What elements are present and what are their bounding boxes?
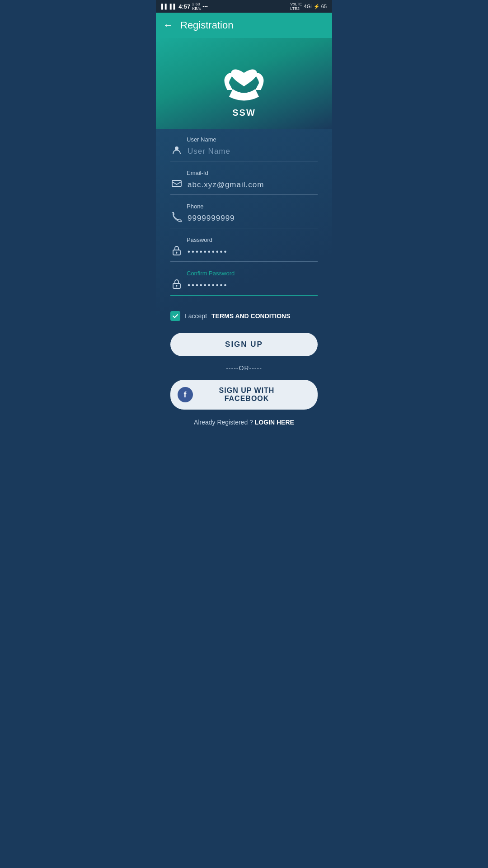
email-group: Email-Id: [170, 170, 318, 195]
status-right: VoLTELTE2 4Gi ⚡ 65: [290, 2, 327, 11]
facebook-signup-button[interactable]: f SIGN UP WITH FACEBOOK: [170, 380, 318, 410]
svg-point-3: [176, 252, 178, 253]
terms-link[interactable]: TERMS AND CONDITIONS: [211, 312, 290, 320]
svg-point-0: [175, 146, 178, 150]
network-icon: 4Gi: [304, 4, 312, 9]
phone-icon: [170, 212, 183, 225]
email-input[interactable]: [188, 180, 318, 189]
username-group: User Name: [170, 136, 318, 161]
facebook-icon: f: [178, 387, 193, 402]
password-label: Password: [170, 236, 318, 243]
password-group: Password: [170, 236, 318, 262]
confirm-password-label: Confirm Password: [170, 270, 318, 277]
already-registered-text: Already Registered ?: [194, 419, 255, 426]
email-icon: [170, 178, 183, 192]
terms-text: I accept: [185, 312, 207, 320]
status-bar: ▌▌ ▌▌ 4:57 2.60KB/s ••• VoLTELTE2 4Gi ⚡ …: [156, 0, 332, 13]
password-row: [170, 245, 318, 262]
bottom-link-row: Already Registered ? LOGIN HERE: [170, 410, 318, 433]
or-divider: -----OR-----: [170, 364, 318, 372]
email-label: Email-Id: [170, 170, 318, 176]
hero-section: SSW: [156, 38, 332, 129]
status-time: 4:57: [178, 3, 190, 10]
username-row: [170, 145, 318, 161]
phone-input[interactable]: [188, 214, 318, 223]
login-here-link[interactable]: LOGIN HERE: [255, 419, 294, 426]
svg-rect-1: [172, 180, 181, 187]
status-left: ▌▌ ▌▌ 4:57 2.60KB/s •••: [161, 2, 208, 11]
confirm-password-input[interactable]: [188, 281, 318, 290]
facebook-label: SIGN UP WITH FACEBOOK: [198, 387, 310, 403]
terms-checkbox[interactable]: [170, 311, 180, 321]
logo-icon: [217, 52, 271, 106]
more-icon: •••: [202, 4, 208, 9]
phone-row: [170, 212, 318, 228]
lock-icon: [170, 245, 183, 259]
back-button[interactable]: ←: [163, 19, 173, 31]
terms-row: I accept TERMS AND CONDITIONS: [170, 304, 318, 325]
email-row: [170, 178, 318, 195]
phone-group: Phone: [170, 203, 318, 228]
user-icon: [170, 145, 183, 158]
confirm-password-row: [170, 278, 318, 296]
confirm-lock-icon: [170, 278, 183, 292]
top-bar: ← Registration: [156, 13, 332, 38]
signup-button[interactable]: SIGN UP: [170, 333, 318, 356]
username-label: User Name: [170, 136, 318, 143]
data-speed: 2.60KB/s: [192, 2, 201, 11]
confirm-password-group: Confirm Password: [170, 270, 318, 296]
battery-icon: ⚡ 65: [314, 4, 327, 9]
logo-text: SSW: [232, 108, 256, 118]
signal-icons: ▌▌ ▌▌: [161, 4, 177, 9]
username-input[interactable]: [188, 147, 318, 156]
svg-point-6: [176, 285, 178, 287]
volte-icon: VoLTELTE2: [290, 2, 302, 11]
form-section: User Name Email-Id Phone: [156, 129, 332, 444]
password-input[interactable]: [188, 247, 318, 256]
page-title: Registration: [180, 19, 233, 31]
phone-label: Phone: [170, 203, 318, 210]
